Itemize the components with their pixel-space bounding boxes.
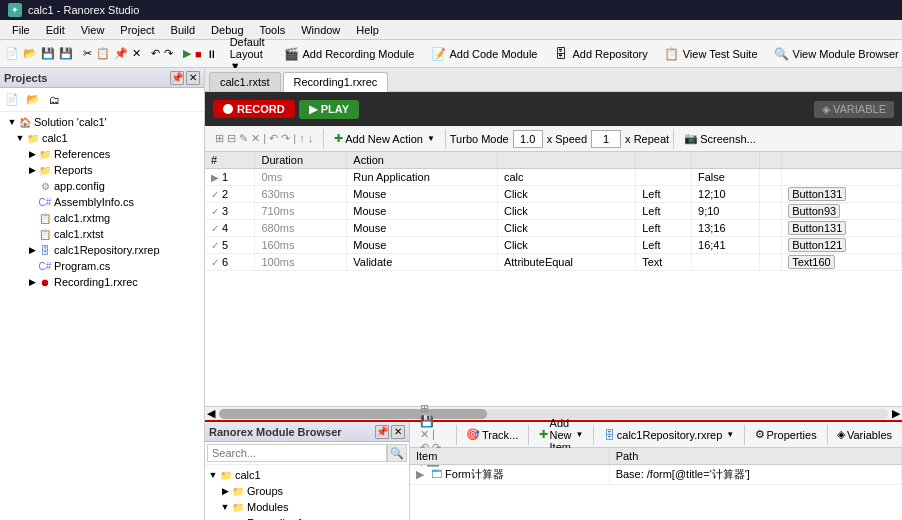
project-tree: ▼ 🏠 Solution 'calc1' ▼ 📁 calc1 ▶ 📁 Refer… xyxy=(0,112,204,520)
speed-input[interactable] xyxy=(513,130,543,148)
repository-panel: ⊞ 💾 ✕ | ↶ ↷ | 🔄 🎯 Track... ✚ Add New Ite… xyxy=(410,422,902,520)
menu-view[interactable]: View xyxy=(73,22,113,38)
panel-close-btn[interactable]: ✕ xyxy=(186,71,200,85)
menu-project[interactable]: Project xyxy=(112,22,162,38)
add-new-action-btn[interactable]: ✚ Add New Action xyxy=(328,129,441,148)
save-btn[interactable]: 💾 xyxy=(40,45,56,63)
panel-pin-btn[interactable]: 📌 xyxy=(170,71,184,85)
search-input[interactable] xyxy=(207,444,387,462)
row-duration: 630ms xyxy=(255,186,347,203)
mb-tree-modules[interactable]: ▼ 📁 Modules xyxy=(207,499,407,515)
tree-item-recording1[interactable]: ▶ ⏺ Recording1.rxrec xyxy=(2,274,202,290)
action-row[interactable]: ✓ 4 680ms Mouse Click Left 13;16 Button1… xyxy=(205,220,902,237)
row-c8: Button121 xyxy=(782,237,902,254)
action-toolbar: ⊞ ⊟ ✎ ✕ | ↶ ↷ | ↑ ↓ ✚ Add New Action Tur… xyxy=(205,126,902,152)
repo-name-btn[interactable]: 🗄 calc1Repository.rxrep xyxy=(598,426,740,444)
delete-btn[interactable]: ✕ xyxy=(131,45,142,63)
repo-row[interactable]: ▶ 🗔 Form计算器 Base: /form[@title='计算器'] xyxy=(410,465,902,485)
mb-expand-calc1[interactable]: ▼ xyxy=(207,469,219,481)
save-all-btn[interactable]: 💾 xyxy=(58,45,74,63)
undo-btn[interactable]: ↶ xyxy=(150,45,161,63)
mb-expand-groups[interactable]: ▶ xyxy=(219,485,231,497)
run-btn[interactable]: ▶ xyxy=(182,45,192,63)
mb-expand-modules[interactable]: ▼ xyxy=(219,501,231,513)
stop-btn[interactable]: ■ xyxy=(194,45,203,63)
tree-item-calc1[interactable]: ▼ 📁 calc1 xyxy=(2,130,202,146)
layout-dropdown[interactable]: Default Layout ▼ xyxy=(226,36,269,72)
pause-btn[interactable]: ⏸ xyxy=(205,45,218,63)
paste-btn[interactable]: 📌 xyxy=(113,45,129,63)
row-duration: 710ms xyxy=(255,203,347,220)
row-c5 xyxy=(636,169,692,186)
expand-icon[interactable]: ▶ xyxy=(416,468,424,480)
mb-tree-groups[interactable]: ▶ 📁 Groups xyxy=(207,483,407,499)
tree-item-reports[interactable]: ▶ 📁 Reports xyxy=(2,162,202,178)
appconfig-label: app.config xyxy=(54,180,105,192)
menu-file[interactable]: File xyxy=(4,22,38,38)
track-btn[interactable]: 🎯 Track... xyxy=(460,425,524,444)
expand-solution[interactable]: ▼ xyxy=(6,116,18,128)
properties-btn[interactable]: ⚙ Properties xyxy=(749,425,823,444)
view-module-browser-btn[interactable]: 🔍 View Module Browser xyxy=(767,43,902,65)
redo-btn[interactable]: ↷ xyxy=(163,45,174,63)
action-row[interactable]: ✓ 2 630ms Mouse Click Left 12;10 Button1… xyxy=(205,186,902,203)
action-row[interactable]: ✓ 6 100ms Validate AttributeEqual Text T… xyxy=(205,254,902,271)
mb-close-btn[interactable]: ✕ xyxy=(391,425,405,439)
new-btn[interactable]: 📄 xyxy=(4,45,20,63)
open-btn[interactable]: 📂 xyxy=(22,45,38,63)
expand-reports[interactable]: ▶ xyxy=(26,164,38,176)
col-c4 xyxy=(497,152,635,169)
add-recording-icon: 🎬 xyxy=(284,46,300,62)
menu-build[interactable]: Build xyxy=(163,22,203,38)
action-row[interactable]: ✓ 5 160ms Mouse Click Left 16;41 Button1… xyxy=(205,237,902,254)
expand-references[interactable]: ▶ xyxy=(26,148,38,160)
tree-new-btn[interactable]: 📄 xyxy=(2,91,22,109)
search-button[interactable]: 🔍 xyxy=(387,444,407,462)
row-action: Validate xyxy=(347,254,498,271)
view-test-suite-btn[interactable]: 📋 View Test Suite xyxy=(657,43,765,65)
mb-tree-calc1[interactable]: ▼ 📁 calc1 xyxy=(207,467,407,483)
title-text: calc1 - Ranorex Studio xyxy=(28,4,139,16)
mb-pin-btn[interactable]: 📌 xyxy=(375,425,389,439)
expand-recording1[interactable]: ▶ xyxy=(26,276,38,288)
tree-item-rxrep[interactable]: ▶ 🗄 calc1Repository.rxrep xyxy=(2,242,202,258)
properties-icon: ⚙ xyxy=(755,428,765,441)
tree-item-appconfig[interactable]: ⚙ app.config xyxy=(2,178,202,194)
expand-rxrep[interactable]: ▶ xyxy=(26,244,38,256)
add-recording-module-btn[interactable]: 🎬 Add Recording Module xyxy=(277,43,422,65)
tree-open-btn[interactable]: 📂 xyxy=(23,91,43,109)
rxrep-icon: 🗄 xyxy=(38,243,52,257)
tree-folder-btn[interactable]: 🗂 xyxy=(44,91,64,109)
menu-edit[interactable]: Edit xyxy=(38,22,73,38)
menu-help[interactable]: Help xyxy=(348,22,387,38)
repeat-input[interactable] xyxy=(591,130,621,148)
scroll-right-btn[interactable]: ▶ xyxy=(890,407,902,420)
tree-item-assemblyinfo[interactable]: C# AssemblyInfo.cs xyxy=(2,194,202,210)
tab-rxrec[interactable]: Recording1.rxrec xyxy=(283,72,389,92)
tree-item-programcs[interactable]: C# Program.cs xyxy=(2,258,202,274)
action-row[interactable]: ▶ 1 0ms Run Application calc False xyxy=(205,169,902,186)
tree-item-rxtmg[interactable]: 📋 calc1.rxtmg xyxy=(2,210,202,226)
play-button[interactable]: ▶ PLAY xyxy=(299,100,359,119)
tree-item-rxtst[interactable]: 📋 calc1.rxtst xyxy=(2,226,202,242)
action-row[interactable]: ✓ 3 710ms Mouse Click Left 9;10 Button93 xyxy=(205,203,902,220)
add-repository-btn[interactable]: 🗄 Add Repository xyxy=(546,43,654,65)
variables-btn[interactable]: ◈ Variables xyxy=(831,425,898,444)
repo-col-item: Item xyxy=(410,448,609,465)
screenshot-btn[interactable]: 📷 Screensh... xyxy=(678,129,762,148)
cut-btn[interactable]: ✂ xyxy=(82,45,93,63)
expand-calc1[interactable]: ▼ xyxy=(14,132,26,144)
record-button[interactable]: RECORD xyxy=(213,100,295,118)
variable-badge[interactable]: ◈ VARIABLE xyxy=(814,101,894,118)
module-browser-header: Ranorex Module Browser 📌 ✕ xyxy=(205,422,409,442)
menu-window[interactable]: Window xyxy=(293,22,348,38)
row-item-badge: Button131 xyxy=(788,221,846,235)
tree-item-solution[interactable]: ▼ 🏠 Solution 'calc1' xyxy=(2,114,202,130)
row-c7 xyxy=(760,237,782,254)
scroll-left-btn[interactable]: ◀ xyxy=(205,407,217,420)
tree-item-references[interactable]: ▶ 📁 References xyxy=(2,146,202,162)
tab-rxtst[interactable]: calc1.rxtst xyxy=(209,72,281,91)
mb-tree-recording1[interactable]: ⏺ Recording1 xyxy=(207,515,407,520)
copy-btn[interactable]: 📋 xyxy=(95,45,111,63)
add-code-module-btn[interactable]: 📝 Add Code Module xyxy=(423,43,544,65)
